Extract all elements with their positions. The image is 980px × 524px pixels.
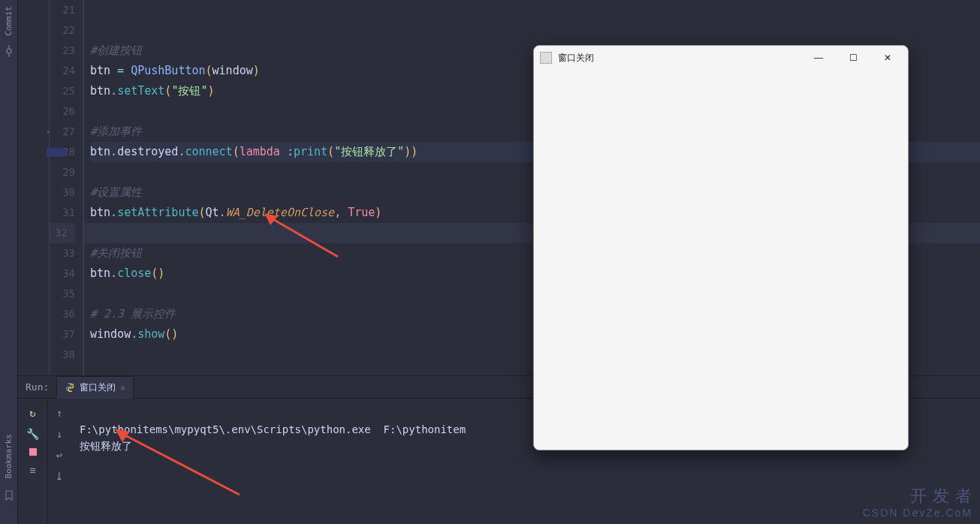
close-icon[interactable]: ✕ xyxy=(120,383,125,393)
sidebar-tab-bookmarks[interactable]: Bookmarks xyxy=(4,428,14,479)
python-icon xyxy=(65,382,75,393)
run-toolbar-secondary: ↑ ↓ ↩ ⤓ xyxy=(48,399,71,524)
code-line xyxy=(90,0,980,20)
run-panel-label: Run: xyxy=(18,381,56,393)
wrench-icon[interactable]: 🔧 xyxy=(26,427,40,441)
soft-wrap-icon[interactable]: ↩ xyxy=(53,448,66,462)
layout-icon[interactable]: ≡ xyxy=(26,463,40,477)
minimize-button[interactable]: — xyxy=(801,46,836,70)
watermark: 开 发 者 CSDN DevZe.CoM xyxy=(863,488,972,521)
close-button[interactable]: ✕ xyxy=(870,46,905,70)
line-number-gutter: 212223242526272829303132333435363738 xyxy=(50,0,83,375)
qt-app-window[interactable]: 窗口关闭 — ☐ ✕ xyxy=(533,45,909,450)
maximize-button[interactable]: ☐ xyxy=(836,46,870,70)
svg-point-0 xyxy=(7,49,11,53)
run-tab[interactable]: 窗口关闭 ✕ xyxy=(56,376,134,399)
fold-indicator-icon[interactable]: › xyxy=(46,128,50,136)
annotation-arrow xyxy=(112,426,247,501)
qt-window-title: 窗口关闭 xyxy=(558,52,801,65)
ide-left-sidebar: Commit Bookmarks xyxy=(0,0,18,524)
svg-line-5 xyxy=(121,433,240,495)
qt-app-icon xyxy=(540,52,552,64)
sidebar-tab-commit[interactable]: Commit xyxy=(4,6,14,36)
stop-button[interactable] xyxy=(29,448,37,456)
bookmark-icon xyxy=(3,489,15,501)
qt-titlebar[interactable]: 窗口关闭 — ☐ ✕ xyxy=(534,46,908,70)
down-arrow-icon[interactable]: ↓ xyxy=(53,427,66,441)
breakpoint-marker[interactable] xyxy=(47,148,68,157)
code-line xyxy=(90,20,980,41)
fold-strip: › › xyxy=(18,0,50,375)
commit-icon xyxy=(3,45,15,57)
run-tab-label: 窗口关闭 xyxy=(80,381,116,394)
run-toolbar-primary: ↻ 🔧 ≡ xyxy=(18,399,48,524)
scroll-to-end-icon[interactable]: ⤓ xyxy=(53,469,66,483)
console-line: F:\pythonitems\mypyqt5\.env\Scripts\pyth… xyxy=(80,423,466,435)
rerun-button[interactable]: ↻ xyxy=(26,406,40,420)
up-arrow-icon[interactable]: ↑ xyxy=(53,406,66,420)
console-line: 按钮释放了 xyxy=(80,440,132,452)
